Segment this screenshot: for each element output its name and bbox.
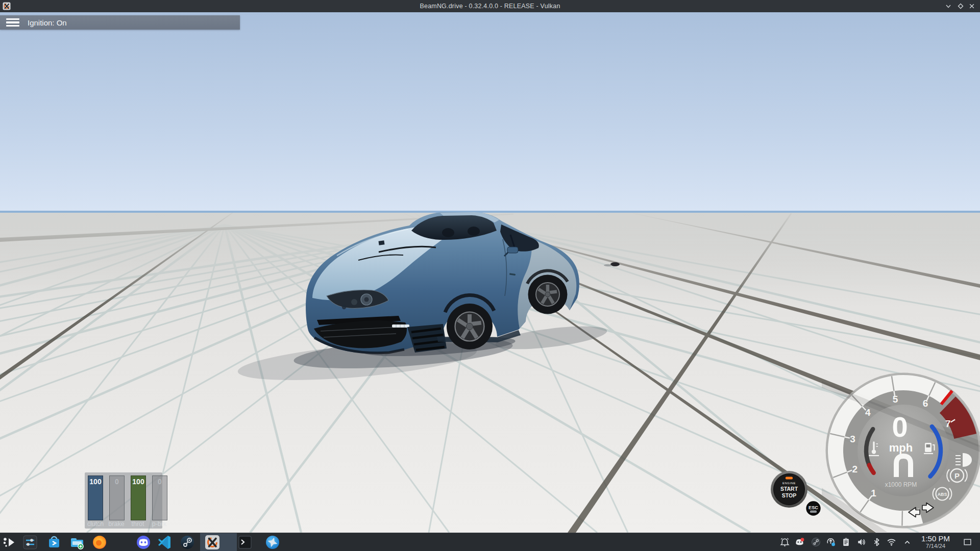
close-button[interactable] [968,3,975,10]
tachometer-cluster: 1 2 3 4 5 6 7 0 mph N x1000 RPM [822,369,980,532]
gear-indicator: N [898,460,909,477]
window-title: BeamNG.drive - 0.32.4.0.0 - RELEASE - Vu… [0,3,980,10]
esc-button[interactable]: ESC [804,499,823,518]
start-label: START [780,486,798,492]
car-seat [442,228,454,237]
parkbrake-label: p-brk [149,520,170,528]
engine-label: ENGINE [782,482,796,485]
rpm-5: 5 [893,394,898,405]
car-drl-strip [392,324,409,328]
ignition-status-text: Ignition: On [28,18,67,27]
clock-date: 7/14/24 [915,543,956,549]
clipboard-icon[interactable] [841,537,851,547]
discord-icon[interactable] [135,534,152,550]
car-badge [342,305,346,309]
brake-value: 0 [110,478,124,486]
park-label: P [954,471,960,480]
rpm-7: 7 [945,418,951,429]
discover-store-icon[interactable] [46,534,62,550]
konsole-terminal-icon[interactable] [237,534,253,550]
rpm-6: 6 [923,398,928,409]
rpm-scale-label: x1000 RPM [885,481,917,488]
steam-tray-icon[interactable] [811,537,821,547]
speed-value: 0 [892,411,908,443]
steam-icon[interactable] [179,534,195,550]
system-settings-icon[interactable] [22,534,38,550]
engine-led [786,477,793,480]
car-headlight-inner [351,299,357,305]
clock-widget[interactable]: 1:50 PM 7/14/24 [915,534,956,549]
show-desktop-button[interactable] [963,537,972,547]
stop-label: STOP [782,492,796,498]
rpm-3: 3 [850,434,855,444]
beamng-taskbar-icon[interactable] [204,534,220,550]
notifications-bell-icon[interactable] [780,537,790,547]
clock-time: 1:50 PM [915,534,956,543]
wifi-icon[interactable] [887,537,896,547]
desktop: BeamNG.drive - 0.32.4.0.0 - RELEASE - Vu… [0,0,980,551]
vehicle-inputs-panel: 100 0 100 0 clutch brake throt p-brk [85,472,162,529]
minimize-button[interactable] [945,3,952,10]
car-projector-lens [364,297,369,302]
menu-hamburger-icon[interactable] [6,17,19,28]
ignition-banner: Ignition: On [0,15,240,30]
parkbrake-bar: 0 [152,475,167,520]
firefox-icon[interactable] [91,534,108,550]
clutch-label: clutch [85,520,106,528]
esc-label: ESC [808,505,818,510]
car-seat [468,227,480,236]
engine-start-stop-button[interactable]: ENGINE START STOP [770,470,808,509]
throttle-label: throt [127,520,149,528]
throttle-bar: 100 [131,475,146,520]
rpm-1: 1 [871,488,876,498]
speed-unit: mph [889,441,913,454]
car-interior-mirror [378,240,384,245]
vscode-icon[interactable] [157,534,173,550]
bluetooth-icon[interactable] [872,537,881,547]
esc-key-bar [810,511,817,513]
blue-orb-app-icon[interactable] [264,534,281,550]
parkbrake-value: 0 [153,478,167,486]
dolphin-file-manager-icon[interactable] [69,534,85,550]
clutch-value: 100 [88,478,103,486]
volume-icon[interactable] [856,537,866,547]
rpm-2: 2 [852,464,858,474]
taskbar: 1:50 PM 7/14/24 [0,533,980,551]
brake-bar: 0 [109,475,125,520]
window-titlebar[interactable]: BeamNG.drive - 0.32.4.0.0 - RELEASE - Vu… [0,0,980,12]
updates-icon[interactable] [826,537,836,547]
app-launcher-icon[interactable] [2,534,18,550]
expand-tray-chevron-icon[interactable] [902,537,912,547]
clutch-bar: 100 [88,475,103,520]
abs-label: ABS [938,492,947,497]
sky [0,12,980,213]
maximize-button[interactable] [957,3,964,10]
throttle-value: 100 [131,478,145,486]
rpm-4: 4 [865,407,871,418]
brake-label: brake [106,520,127,528]
discord-tray-icon[interactable] [795,537,804,547]
